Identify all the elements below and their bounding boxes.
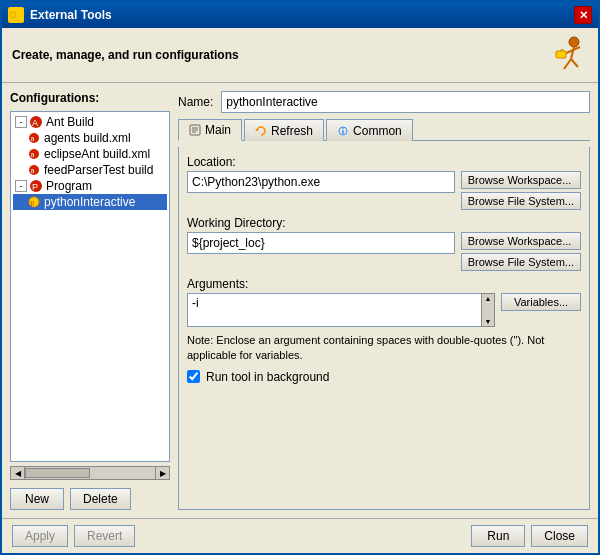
feedparser-icon: a: [27, 163, 41, 177]
svg-marker-29: [255, 129, 259, 131]
pythoninteractive-icon: p: [27, 195, 41, 209]
revert-button[interactable]: Revert: [74, 525, 135, 547]
spacer: [141, 525, 465, 547]
hscroll-thumb[interactable]: [25, 468, 90, 478]
tab-common-label: Common: [353, 124, 402, 138]
working-dir-label: Working Directory:: [187, 216, 581, 230]
hscroll-track: [25, 467, 155, 479]
svg-rect-10: [556, 51, 566, 58]
apply-button[interactable]: Apply: [12, 525, 68, 547]
args-vscroll-up[interactable]: ▲: [484, 294, 493, 303]
agents-build-icon: a: [27, 131, 41, 145]
window-icon: [8, 7, 24, 23]
left-buttons: New Delete: [10, 488, 170, 510]
tree-item-agents-label: agents build.xml: [44, 131, 131, 145]
svg-text:A: A: [32, 118, 38, 128]
run-background-label: Run tool in background: [206, 370, 329, 384]
svg-line-8: [564, 59, 571, 69]
location-browse-workspace-button[interactable]: Browse Workspace...: [461, 171, 581, 189]
name-input[interactable]: [221, 91, 590, 113]
refresh-tab-icon: [255, 125, 267, 137]
location-buttons: Browse Workspace... Browse File System..…: [461, 171, 581, 210]
tabs-container: Main Refresh Common: [178, 119, 590, 141]
common-tab-icon: [337, 125, 349, 137]
expand-program[interactable]: -: [15, 180, 27, 192]
tab-refresh[interactable]: Refresh: [244, 119, 324, 141]
svg-text:P: P: [32, 182, 38, 192]
args-vscroll-down[interactable]: ▼: [484, 317, 493, 326]
title-bar-left: External Tools: [8, 7, 112, 23]
window-body: Configurations: - A Ant Build a: [2, 83, 598, 518]
tree-item-pythoninteractive-label: pythonInteractive: [44, 195, 135, 209]
close-window-button[interactable]: ✕: [574, 6, 592, 24]
working-dir-buttons: Browse Workspace... Browse File System..…: [461, 232, 581, 271]
close-button[interactable]: Close: [531, 525, 588, 547]
tab-main-label: Main: [205, 123, 231, 137]
tab-main[interactable]: Main: [178, 119, 242, 141]
tree-item-program-label: Program: [46, 179, 92, 193]
tree-item-ant-build[interactable]: - A Ant Build: [13, 114, 167, 130]
svg-text:a: a: [31, 167, 35, 174]
tab-refresh-label: Refresh: [271, 124, 313, 138]
right-panel: Name: Main: [178, 91, 590, 510]
svg-text:a: a: [31, 151, 35, 158]
location-group: Location: Browse Workspace... Browse Fil…: [187, 155, 581, 210]
title-bar: External Tools ✕: [2, 2, 598, 28]
run-background-checkbox[interactable]: [187, 370, 200, 383]
tab-common[interactable]: Common: [326, 119, 413, 141]
program-icon: P: [29, 179, 43, 193]
tab-content-main: Location: Browse Workspace... Browse Fil…: [178, 147, 590, 510]
expand-ant-build[interactable]: -: [15, 116, 27, 128]
location-browse-filesystem-button[interactable]: Browse File System...: [461, 192, 581, 210]
hscroll-left[interactable]: ◀: [11, 467, 25, 479]
svg-line-9: [571, 59, 578, 67]
left-panel: Configurations: - A Ant Build a: [10, 91, 170, 510]
bottom-bar: Apply Revert Run Close: [2, 518, 598, 553]
location-row: Browse Workspace... Browse File System..…: [187, 171, 581, 210]
delete-button[interactable]: Delete: [70, 488, 131, 510]
tree-item-agents-build[interactable]: a agents build.xml: [13, 130, 167, 146]
arguments-note: Note: Enclose an argument containing spa…: [187, 333, 581, 364]
configurations-label: Configurations:: [10, 91, 170, 105]
window-subtitle: Create, manage, and run configurations: [2, 28, 598, 83]
variables-button-wrapper: Variables...: [501, 293, 581, 311]
svg-point-31: [342, 127, 344, 129]
tree-hscroll[interactable]: ◀ ▶: [10, 466, 170, 480]
new-button[interactable]: New: [10, 488, 64, 510]
working-dir-input[interactable]: [187, 232, 455, 254]
args-vscroll[interactable]: ▲ ▼: [481, 293, 495, 327]
tree-item-ant-build-label: Ant Build: [46, 115, 94, 129]
tree-item-pythoninteractive[interactable]: p pythonInteractive: [13, 194, 167, 210]
arguments-group: Arguments: ▲ ▼ Variables...: [187, 277, 581, 327]
tree-item-eclipseant-label: eclipseAnt build.xml: [44, 147, 150, 161]
arguments-row: ▲ ▼ Variables...: [187, 293, 581, 327]
subtitle-text: Create, manage, and run configurations: [12, 48, 239, 62]
name-row: Name:: [178, 91, 590, 113]
tree-item-feedparser-build[interactable]: a feedParserTest build: [13, 162, 167, 178]
arguments-textarea[interactable]: [187, 293, 495, 327]
eclipseant-icon: a: [27, 147, 41, 161]
external-tools-window: External Tools ✕ Create, manage, and run…: [0, 0, 600, 555]
svg-text:p: p: [31, 199, 35, 207]
workingdir-browse-filesystem-button[interactable]: Browse File System...: [461, 253, 581, 271]
svg-text:a: a: [31, 135, 35, 142]
svg-rect-0: [11, 12, 15, 18]
working-dir-row: Browse Workspace... Browse File System..…: [187, 232, 581, 271]
working-dir-group: Working Directory: Browse Workspace... B…: [187, 216, 581, 271]
args-textarea-wrapper: ▲ ▼: [187, 293, 495, 327]
run-button[interactable]: Run: [471, 525, 525, 547]
arguments-label: Arguments:: [187, 277, 581, 291]
tree-item-feedparser-label: feedParserTest build: [44, 163, 153, 177]
main-tab-icon: [189, 124, 201, 136]
hero-icon: [536, 34, 588, 76]
variables-button[interactable]: Variables...: [501, 293, 581, 311]
hscroll-right[interactable]: ▶: [155, 467, 169, 479]
location-input[interactable]: [187, 171, 455, 193]
tree-item-eclipseant-build[interactable]: a eclipseAnt build.xml: [13, 146, 167, 162]
ant-build-icon: A: [29, 115, 43, 129]
workingdir-browse-workspace-button[interactable]: Browse Workspace...: [461, 232, 581, 250]
name-label: Name:: [178, 95, 213, 109]
configurations-tree[interactable]: - A Ant Build a agents build.xml: [10, 111, 170, 462]
tree-item-program[interactable]: - P Program: [13, 178, 167, 194]
run-background-row: Run tool in background: [187, 370, 581, 384]
